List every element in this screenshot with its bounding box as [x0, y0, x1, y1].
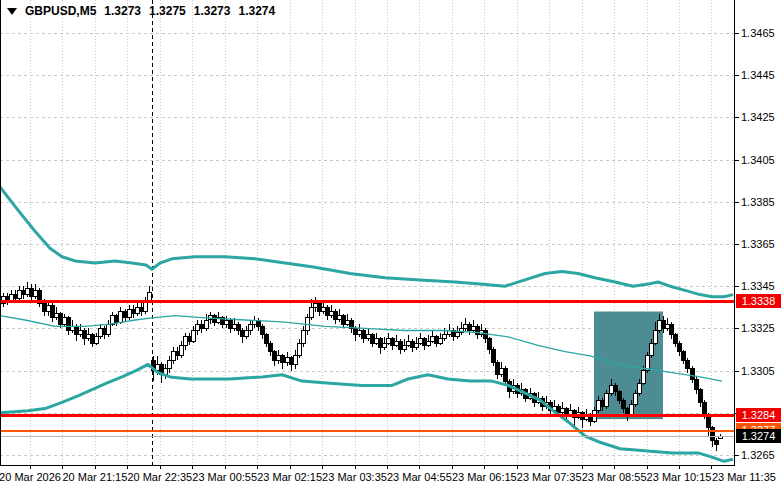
time-axis-label: 23 Mar 04:55: [387, 471, 452, 483]
time-axis-label: 23 Mar 07:35: [517, 471, 582, 483]
price-axis-label: 1.3405: [741, 154, 775, 166]
time-axis-label: 23 Mar 08:55: [582, 471, 647, 483]
symbol-period-label: GBPUSD,M5: [25, 4, 96, 18]
bollinger-upper-band: [0, 187, 733, 297]
time-axis-label: 20 Mar 2026: [0, 471, 61, 483]
time-axis-label: 23 Mar 11:35: [712, 471, 776, 483]
symbol-dropdown-icon[interactable]: [7, 8, 17, 15]
price-axis-label: 1.3305: [741, 365, 775, 377]
time-axis-label: 20 Mar 21:15: [62, 471, 127, 483]
price-chart-canvas[interactable]: [0, 0, 781, 489]
price-axis-label: 1.3265: [741, 449, 775, 461]
price-axis-label: 1.3445: [741, 69, 775, 81]
quote-open: 1.3273: [104, 4, 141, 18]
chart-window: GBPUSD,M5 1.3273 1.3275 1.3273 1.3274 1.…: [0, 0, 781, 489]
time-axis-label: 23 Mar 00:55: [192, 471, 257, 483]
price-axis-label: 1.3365: [741, 238, 775, 250]
time-axis-label: 23 Mar 02:15: [257, 471, 322, 483]
time-axis-label: 23 Mar 03:35: [322, 471, 387, 483]
quote-close: 1.3274: [238, 4, 275, 18]
price-line-badge-1.3338: 1.3338: [736, 294, 781, 308]
time-axis-label: 20 Mar 22:35: [127, 471, 192, 483]
price-line-badge-1.3274: 1.3274: [736, 429, 781, 443]
price-axis-label: 1.3465: [741, 27, 775, 39]
price-line-badge-1.3284: 1.3284: [736, 408, 781, 422]
quote-bar: GBPUSD,M5 1.3273 1.3275 1.3273 1.3274: [7, 4, 275, 18]
time-axis-label: 23 Mar 10:15: [647, 471, 712, 483]
price-axis-label: 1.3345: [741, 280, 775, 292]
price-axis-label: 1.3385: [741, 196, 775, 208]
price-axis-label: 1.3425: [741, 111, 775, 123]
quote-low: 1.3273: [194, 4, 231, 18]
price-axis-label: 1.3325: [741, 322, 775, 334]
quote-high: 1.3275: [149, 4, 186, 18]
time-axis-label: 23 Mar 06:15: [452, 471, 517, 483]
